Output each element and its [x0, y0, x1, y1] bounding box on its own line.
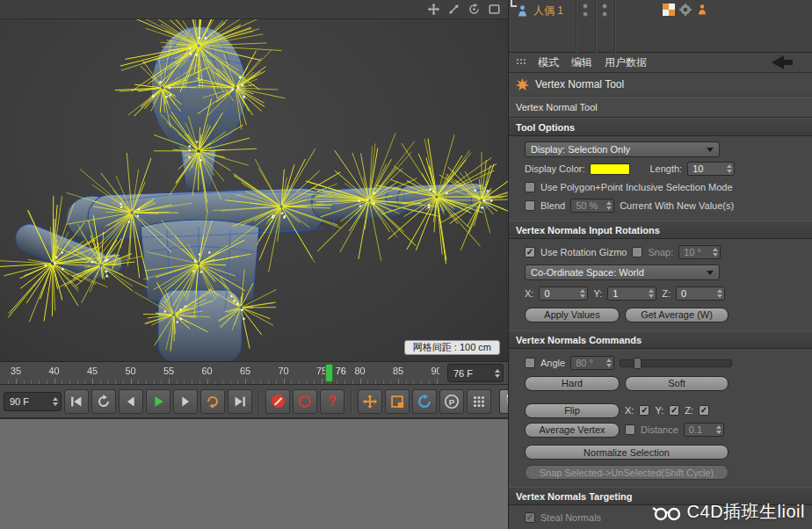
ruler-tick [245, 379, 246, 384]
normalize-selection-button[interactable]: Normalize Selection [525, 445, 729, 460]
object-row[interactable]: 人偶 1 [509, 0, 812, 21]
section-input-rotations[interactable]: Vertex Normals Input Rotations [509, 221, 812, 239]
previous-frame-icon [123, 394, 139, 409]
ruler-tick [284, 379, 285, 384]
distance-checkbox[interactable] [625, 424, 635, 435]
record-parameter-button[interactable]: P [439, 389, 464, 414]
play-button[interactable] [146, 389, 170, 414]
ruler-tick [398, 379, 399, 384]
angle-field[interactable]: 80 ° [570, 356, 614, 370]
display-color-swatch[interactable] [590, 163, 630, 175]
record-rotation-button[interactable] [412, 389, 437, 414]
current-frame-cursor[interactable] [325, 364, 333, 382]
apply-values-button[interactable]: Apply Values [525, 308, 620, 322]
mannequin-scene [0, 19, 508, 362]
angle-slider-knob[interactable] [634, 358, 642, 369]
object-name[interactable]: 人偶 1 [533, 4, 563, 18]
previous-frame-button[interactable] [119, 389, 143, 414]
section-commands-label: Vertex Normals Commands [516, 335, 642, 345]
steal-normals-checkbox[interactable]: ✓ [525, 512, 535, 523]
position-record-icon [362, 394, 378, 409]
viewport-3d[interactable]: 网格间距 : 100 cm [0, 19, 508, 362]
rotation-gizmo-checkbox[interactable]: ✓ [525, 247, 535, 257]
section-tool-options[interactable]: Tool Options [509, 118, 812, 136]
rotation-gizmo-label: Use Rotation Gizmo [540, 247, 627, 257]
viewport-dolly-icon[interactable] [446, 3, 460, 17]
cycle-playback-button[interactable] [200, 389, 225, 414]
keyframe-selection-button[interactable]: ? [320, 389, 344, 414]
record-scale-button[interactable] [385, 389, 410, 414]
ruler-tick [413, 380, 414, 384]
display-mode-dropdown[interactable]: Display: Selection Only [525, 141, 720, 157]
next-frame-button[interactable] [173, 389, 198, 414]
goto-end-icon [232, 394, 248, 409]
max-frame-field[interactable]: 90 F [4, 392, 62, 411]
frame-spinner[interactable] [492, 369, 500, 378]
play-backwards-button[interactable] [91, 389, 116, 414]
record-pla-button[interactable] [467, 389, 491, 414]
blend-field[interactable]: 50 % [570, 199, 614, 213]
length-field[interactable]: 10 [687, 162, 735, 176]
ruler-tick [115, 380, 116, 384]
ruler-tick [291, 380, 292, 384]
section-commands[interactable]: Vertex Normals Commands [509, 330, 812, 349]
hard-button[interactable]: Hard [525, 376, 620, 391]
flip-y-checkbox[interactable]: ✓ [669, 405, 679, 416]
viewport-maximize-icon[interactable] [487, 3, 501, 17]
blend-label: Blend [540, 200, 565, 211]
snap-selected-button[interactable]: Snap Selected->UnSelected(Shift Cycle) [525, 465, 729, 480]
goto-start-button[interactable] [64, 389, 89, 414]
y-value: 1 [613, 288, 646, 299]
history-back-icon[interactable] [772, 55, 793, 69]
visibility-dots[interactable] [577, 4, 593, 17]
goto-end-button[interactable] [228, 389, 252, 414]
coordinate-space-dropdown[interactable]: Co-Ordinate Space: World [525, 264, 720, 280]
snap-angle-field[interactable]: 10 ° [678, 245, 721, 259]
ruler-tick [437, 379, 438, 384]
flip-z-checkbox[interactable]: ✓ [699, 405, 709, 416]
y-field[interactable]: 1 [607, 286, 656, 301]
record-keyframe-button[interactable] [265, 389, 290, 414]
z-label: Z: [662, 288, 671, 299]
ruler-frame-label: 90 [431, 366, 439, 376]
vertex-normals [0, 19, 508, 351]
z-field[interactable]: 0 [676, 286, 725, 301]
average-vertex-button[interactable]: Average Vertex [525, 423, 620, 438]
menu-mode[interactable]: 模式 [538, 55, 559, 70]
phong-tag-icon[interactable] [679, 4, 692, 16]
timeline-empty-area [0, 418, 508, 529]
timeline-ruler[interactable]: 35404550556065707580859076 [0, 362, 439, 385]
angle-checkbox[interactable] [525, 358, 535, 368]
display-tag-icon[interactable] [663, 4, 675, 16]
soft-button[interactable]: Soft [625, 376, 729, 391]
inclusive-mode-checkbox[interactable] [525, 182, 535, 192]
snap-checkbox[interactable] [632, 247, 642, 257]
character-tag-icon[interactable] [696, 4, 708, 16]
viewport-pan-icon[interactable] [426, 3, 440, 17]
ruler-tick [8, 380, 9, 384]
flip-x-checkbox[interactable]: ✓ [639, 405, 649, 416]
autokey-button[interactable] [293, 389, 317, 414]
blend-checkbox[interactable] [525, 200, 535, 211]
angle-slider[interactable] [620, 359, 732, 367]
length-value: 10 [692, 163, 724, 174]
record-position-button[interactable] [358, 389, 382, 414]
max-frame-spinner[interactable] [50, 397, 58, 406]
rotation-record-icon [417, 394, 432, 409]
viewport-orbit-icon[interactable] [467, 3, 481, 17]
flip-button[interactable]: Flip [525, 403, 620, 418]
object-manager: 人偶 1 [509, 0, 812, 53]
angle-value: 80 ° [576, 358, 604, 368]
distance-field[interactable]: 0.1 [684, 423, 724, 437]
x-field[interactable]: 0 [539, 286, 588, 301]
tool-title: Vertex Normal Tool [535, 78, 624, 91]
current-frame-field[interactable]: 76 F [447, 364, 504, 382]
menu-userdata[interactable]: 用户数据 [605, 55, 647, 70]
render-dots[interactable] [597, 4, 613, 17]
get-average-button[interactable]: Get Average (W) [625, 308, 729, 322]
viewport-column: 网格间距 : 100 cm 35404550556065707580859076… [0, 0, 508, 529]
svg-text:P: P [449, 396, 455, 406]
section-targeting[interactable]: Vertex Normals Targeting [509, 487, 812, 505]
menu-edit[interactable]: 编辑 [571, 55, 592, 70]
keyframe-question-icon: ? [328, 395, 337, 409]
